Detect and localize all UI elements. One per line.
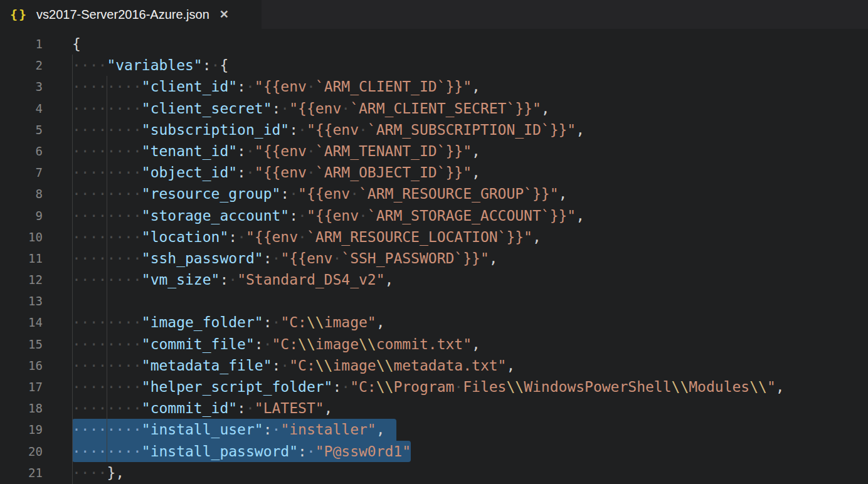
code-line[interactable]: 17········"helper_script_folder":·"C:\\P… bbox=[0, 376, 868, 397]
line-number[interactable]: 1 bbox=[0, 33, 43, 55]
whitespace-dots: ···· bbox=[72, 465, 107, 481]
code-content: ········"resource_group":·"{{env·`ARM_RE… bbox=[72, 183, 868, 204]
code-content: ········"commit_id":·"LATEST", bbox=[72, 397, 868, 419]
code-token: :· bbox=[237, 400, 255, 416]
code-token: "{{env·`ARM_CLIENT_ID`}}" bbox=[255, 78, 472, 95]
code-line[interactable]: 20········"install_password":·"P@ssw0rd1… bbox=[0, 441, 868, 462]
selection-highlight: ········"install_user":·"installer", bbox=[72, 419, 396, 440]
code-token: image bbox=[315, 336, 359, 352]
code-token: :·{ bbox=[203, 57, 229, 73]
whitespace-dots: · bbox=[307, 78, 315, 95]
line-number[interactable]: 12 bbox=[0, 269, 43, 290]
line-number[interactable]: 9 bbox=[0, 205, 43, 226]
code-token: "vm_size" bbox=[142, 271, 220, 288]
code-line[interactable]: 10········"location":·"{{env·`ARM_RESOUR… bbox=[0, 226, 868, 248]
code-token: \\ bbox=[672, 379, 689, 395]
code-token: ···· bbox=[72, 57, 107, 73]
line-number[interactable]: 4 bbox=[0, 98, 43, 119]
code-line[interactable]: 15········"commit_file":·"C:\\image\\com… bbox=[0, 334, 868, 355]
code-token: , bbox=[576, 208, 585, 224]
code-token: , bbox=[472, 78, 480, 95]
code-content: ········"storage_account":·"{{env·`ARM_S… bbox=[72, 205, 868, 226]
code-line[interactable]: 16········"metadata_file":·"C:\\image\\m… bbox=[0, 355, 868, 376]
code-content bbox=[72, 290, 868, 312]
code-line[interactable]: 6········"tenant_id":·"{{env·`ARM_TENANT… bbox=[0, 140, 868, 162]
code-line[interactable]: 19········"install_user":·"installer", bbox=[0, 419, 868, 440]
code-content: ········"install_password":·"P@ssw0rd1" bbox=[72, 441, 868, 462]
line-number[interactable]: 16 bbox=[0, 355, 43, 376]
code-token: "resource_group" bbox=[142, 186, 281, 202]
code-token: "{{env·`ARM_STORAGE_ACCOUNT`}}" bbox=[307, 208, 576, 224]
code-token: "P@ssw0rd1" bbox=[315, 443, 411, 460]
code-line[interactable]: 1{ bbox=[0, 33, 868, 55]
code-editor[interactable]: 1{2····"variables":·{3········"client_id… bbox=[0, 29, 868, 484]
code-token: , bbox=[376, 421, 385, 438]
code-line[interactable]: 4········"client_secret":·"{{env·`ARM_CL… bbox=[0, 98, 868, 119]
line-number[interactable]: 18 bbox=[0, 397, 43, 419]
line-number[interactable]: 19 bbox=[0, 419, 43, 440]
code-token: , bbox=[506, 357, 515, 374]
json-file-icon: {} bbox=[10, 7, 28, 22]
code-line[interactable]: 18········"commit_id":·"LATEST", bbox=[0, 397, 868, 419]
code-token: :· bbox=[263, 421, 281, 438]
code-token: "{{env·`SSH_PASSWORD`}}" bbox=[280, 250, 489, 266]
close-tab-icon[interactable]: ✕ bbox=[220, 8, 229, 21]
whitespace-dots: · bbox=[246, 400, 255, 416]
code-token: "metadata_file" bbox=[142, 357, 272, 374]
code-line[interactable]: 21····}, bbox=[0, 462, 868, 483]
code-token: "storage_account" bbox=[142, 208, 289, 224]
code-line[interactable]: 8········"resource_group":·"{{env·`ARM_R… bbox=[0, 183, 868, 204]
code-token: :· bbox=[298, 443, 315, 460]
line-number[interactable]: 2 bbox=[0, 55, 43, 76]
code-content: ········"image_folder":·"C:\\image", bbox=[72, 312, 868, 333]
code-token: WindowsPowerShell bbox=[524, 379, 671, 395]
code-line[interactable]: 7········"object_id":·"{{env·`ARM_OBJECT… bbox=[0, 162, 868, 183]
code-content: ········"helper_script_folder":·"C:\\Pro… bbox=[72, 376, 868, 397]
line-number[interactable]: 21 bbox=[0, 462, 43, 483]
line-number[interactable]: 8 bbox=[0, 183, 43, 204]
selection-newline-tail bbox=[385, 419, 396, 440]
line-number[interactable]: 3 bbox=[0, 76, 43, 97]
line-number[interactable]: 11 bbox=[0, 248, 43, 269]
code-token: "C: bbox=[289, 357, 315, 374]
code-token: Modules bbox=[689, 379, 749, 395]
code-token: "{{env·`ARM_CLIENT_SECRET`}}" bbox=[289, 100, 541, 117]
code-line[interactable]: 14········"image_folder":·"C:\\image", bbox=[0, 312, 868, 333]
code-line[interactable]: 9········"storage_account":·"{{env·`ARM_… bbox=[0, 205, 868, 226]
code-line[interactable]: 11········"ssh_password":·"{{env·`SSH_PA… bbox=[0, 248, 868, 269]
line-number[interactable]: 15 bbox=[0, 334, 43, 355]
code-token: , bbox=[559, 186, 568, 202]
code-content: ········"metadata_file":·"C:\\image\\met… bbox=[72, 355, 868, 376]
line-number[interactable]: 6 bbox=[0, 140, 43, 162]
line-number[interactable]: 5 bbox=[0, 119, 43, 140]
whitespace-dots: · bbox=[211, 57, 220, 73]
code-token: "install_password" bbox=[142, 443, 298, 460]
line-number[interactable]: 7 bbox=[0, 162, 43, 183]
line-number[interactable]: 20 bbox=[0, 441, 43, 462]
whitespace-dots: · bbox=[280, 357, 289, 374]
code-token: :· bbox=[220, 271, 237, 288]
tab-vs2017-server2016-azure[interactable]: {} vs2017-Server2016-Azure.json ✕ bbox=[0, 0, 262, 29]
code-token: "{{env·`ARM_TENANT_ID`}}" bbox=[255, 143, 472, 159]
code-line[interactable]: 2····"variables":·{ bbox=[0, 55, 868, 76]
code-token: metadata.txt" bbox=[393, 357, 506, 374]
code-line[interactable]: 3········"client_id":·"{{env·`ARM_CLIENT… bbox=[0, 76, 868, 97]
whitespace-dots: ···· bbox=[72, 57, 107, 73]
code-line[interactable]: 13 bbox=[0, 290, 868, 312]
code-token: :· bbox=[263, 314, 281, 330]
whitespace-dots: · bbox=[272, 314, 281, 330]
code-content: ········"subscription_id":·"{{env·`ARM_S… bbox=[72, 119, 868, 140]
line-number[interactable]: 14 bbox=[0, 312, 43, 333]
line-number[interactable]: 10 bbox=[0, 226, 43, 248]
code-line[interactable]: 12········"vm_size":·"Standard_DS4_v2", bbox=[0, 269, 868, 290]
line-number[interactable]: 17 bbox=[0, 376, 43, 397]
code-token: "subscription_id" bbox=[142, 122, 289, 138]
code-content: ········"client_id":·"{{env·`ARM_CLIENT_… bbox=[72, 76, 868, 97]
code-content: ········"vm_size":·"Standard_DS4_v2", bbox=[72, 269, 868, 290]
whitespace-dots: · bbox=[228, 271, 237, 288]
whitespace-dots: · bbox=[298, 229, 307, 245]
code-line[interactable]: 5········"subscription_id":·"{{env·`ARM_… bbox=[0, 119, 868, 140]
code-token: :· bbox=[237, 164, 255, 181]
code-token: :· bbox=[289, 208, 307, 224]
line-number[interactable]: 13 bbox=[0, 290, 43, 312]
